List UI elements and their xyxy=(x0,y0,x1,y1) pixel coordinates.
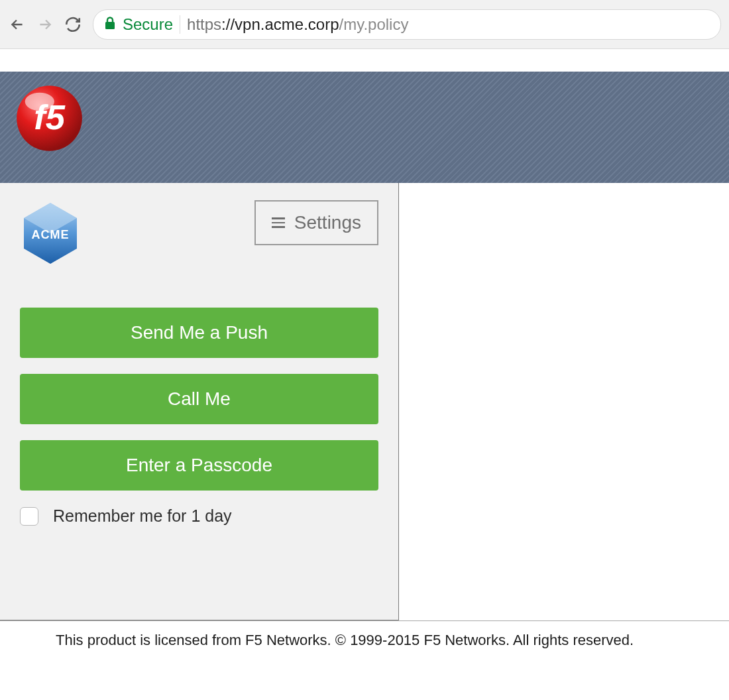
url-text: https://vpn.acme.corp/my.policy xyxy=(187,15,408,34)
address-bar[interactable]: Secure https://vpn.acme.corp/my.policy xyxy=(93,9,721,40)
settings-label: Settings xyxy=(294,212,361,233)
remember-checkbox[interactable] xyxy=(20,507,38,526)
f5-logo: f5 xyxy=(15,84,84,153)
back-arrow-icon xyxy=(9,16,26,33)
secure-indicator: Secure xyxy=(123,15,180,34)
remember-label: Remember me for 1 day xyxy=(53,506,232,526)
spacer xyxy=(0,49,729,70)
f5-logo-icon: f5 xyxy=(15,84,84,153)
lock-icon xyxy=(104,15,116,34)
forward-button[interactable] xyxy=(36,15,54,34)
remember-row: Remember me for 1 day xyxy=(20,506,378,526)
reload-icon xyxy=(64,16,82,33)
svg-text:ACME: ACME xyxy=(32,228,70,241)
svg-rect-0 xyxy=(105,22,115,29)
call-me-button[interactable]: Call Me xyxy=(20,374,378,424)
hamburger-icon xyxy=(272,217,285,228)
forward-arrow-icon xyxy=(36,16,54,33)
settings-button[interactable]: Settings xyxy=(254,200,378,245)
url-scheme: https xyxy=(187,15,221,33)
acme-logo-icon: ACME xyxy=(20,200,81,266)
footer-text: This product is licensed from F5 Network… xyxy=(0,621,729,660)
auth-panel: ACME Settings Send Me a Push Call Me Ent… xyxy=(0,183,399,620)
nav-buttons xyxy=(8,15,82,34)
page-banner: f5 xyxy=(0,70,729,183)
send-push-button[interactable]: Send Me a Push xyxy=(20,308,378,358)
url-path: /my.policy xyxy=(339,15,409,33)
url-host: ://vpn.acme.corp xyxy=(221,15,339,33)
back-button[interactable] xyxy=(8,15,27,34)
browser-toolbar: Secure https://vpn.acme.corp/my.policy xyxy=(0,0,729,49)
auth-panel-header: ACME Settings xyxy=(20,200,378,266)
svg-text:f5: f5 xyxy=(34,97,65,137)
org-logo: ACME xyxy=(20,200,81,266)
enter-passcode-button[interactable]: Enter a Passcode xyxy=(20,440,378,491)
reload-button[interactable] xyxy=(64,15,82,34)
